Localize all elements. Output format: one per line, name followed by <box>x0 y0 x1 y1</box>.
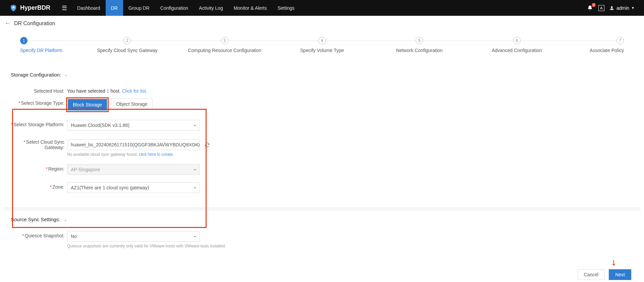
cancel-button[interactable]: Cancel <box>578 269 605 280</box>
top-nav: HyperBDR ☰ Dashboard DR Group DR Configu… <box>0 0 644 16</box>
select-cloud-sync-gateway-label: *Select Cloud Sync Gateway: <box>11 139 67 150</box>
create-gateway-link[interactable]: click here to create. <box>139 152 174 157</box>
zone-select[interactable]: AZ1(There are 1 cloud sync gateway) <box>67 182 200 193</box>
annotation-arrow-icon: ➘ <box>608 257 619 268</box>
user-icon <box>609 5 614 11</box>
quiesce-snapshot-label: *Quiesce Snapshot: <box>11 231 67 238</box>
selected-host-text: You have selected 1 host. Click for list… <box>67 86 147 94</box>
cloud-sync-gateway-select[interactable]: huawei_bs_20240626171510(QGGF3BKJAVWYBDU… <box>67 139 200 150</box>
selected-host-label: Selected Host: <box>11 86 67 94</box>
nav-dr[interactable]: DR <box>106 0 123 16</box>
next-button[interactable]: Next <box>609 269 631 280</box>
nav-monitor-alerts[interactable]: Monitor & Alerts <box>228 0 272 16</box>
step-1[interactable]: 1 Specify DR Platform <box>20 37 78 53</box>
gateway-hint: No available cloud sync gateway found, c… <box>67 152 210 157</box>
chevron-down-icon: ⌄ <box>64 73 68 77</box>
storage-platform-select[interactable]: Huawei Cloud(SDK v3.1.86) <box>67 120 200 131</box>
step-7[interactable]: 7 Associate Policy <box>566 37 624 53</box>
click-for-list-link[interactable]: Click for list. <box>122 88 147 94</box>
brand-text: HyperBDR <box>20 4 50 11</box>
object-storage-button[interactable]: Object Storage <box>111 98 152 110</box>
user-name: admin <box>616 5 629 11</box>
nav-items: Dashboard DR Group DR Configuration Acti… <box>72 0 300 16</box>
step-4[interactable]: 4 Specify Volume Type <box>273 37 371 53</box>
chevron-down-icon: ▼ <box>631 6 635 10</box>
nav-group-dr[interactable]: Group DR <box>123 0 155 16</box>
page-heading: ← DR Configuration <box>0 16 644 31</box>
block-storage-button[interactable]: Block Storage <box>68 99 107 110</box>
step-2[interactable]: 2 Specify Cloud Sync Gateway <box>78 37 176 53</box>
nav-activity-log[interactable]: Activity Log <box>194 0 228 16</box>
step-5[interactable]: 5 Network Configuration <box>371 37 468 53</box>
quiesce-snapshot-select[interactable]: No <box>67 231 200 242</box>
menu-toggle-icon[interactable]: ☰ <box>57 4 72 12</box>
quiesce-hint: Quiesce snapshots are currently only val… <box>67 244 226 248</box>
step-3[interactable]: 3 Computing Resource Configuration <box>176 37 273 53</box>
storage-configuration-panel: Storage Configuration: ⌄ Selected Host: … <box>3 66 641 203</box>
back-arrow-icon[interactable]: ← <box>5 20 11 27</box>
region-label: *Region: <box>11 164 67 172</box>
source-sync-toggle[interactable]: Source Sync Settings: ⌄ <box>11 217 67 222</box>
chevron-down-icon: ⌄ <box>64 217 67 222</box>
nav-settings[interactable]: Settings <box>272 0 300 16</box>
refresh-icon[interactable] <box>205 142 210 148</box>
select-storage-type-label: *Select Storage Type: <box>11 98 67 106</box>
user-menu[interactable]: admin ▼ <box>609 5 635 11</box>
storage-config-toggle[interactable]: Storage Configuration: ⌄ <box>11 72 68 78</box>
storage-type-highlight: Block Storage <box>67 98 108 111</box>
notifications-badge: 0 <box>592 3 596 7</box>
region-select: AP-Singapore <box>67 164 200 175</box>
notifications-icon[interactable]: 0 <box>586 4 594 12</box>
zone-label: *Zone: <box>11 182 67 190</box>
nav-configuration[interactable]: Configuration <box>155 0 194 16</box>
source-sync-settings-panel: Source Sync Settings: ⌄ *Quiesce Snapsho… <box>3 210 641 258</box>
wizard-stepper: 1 Specify DR Platform 2 Specify Cloud Sy… <box>20 37 624 56</box>
svg-point-0 <box>12 6 14 8</box>
language-icon[interactable]: A <box>598 5 604 11</box>
step-6[interactable]: 6 Advanced Configuration <box>468 37 566 53</box>
brand-logo: HyperBDR <box>0 4 57 12</box>
select-storage-platform-label: *Select Storage Platform: <box>11 120 67 127</box>
shield-icon <box>9 4 17 12</box>
wizard-footer: ➘ Cancel Next <box>0 263 644 282</box>
page-title: DR Configuration <box>14 20 55 27</box>
nav-dashboard[interactable]: Dashboard <box>72 0 106 16</box>
